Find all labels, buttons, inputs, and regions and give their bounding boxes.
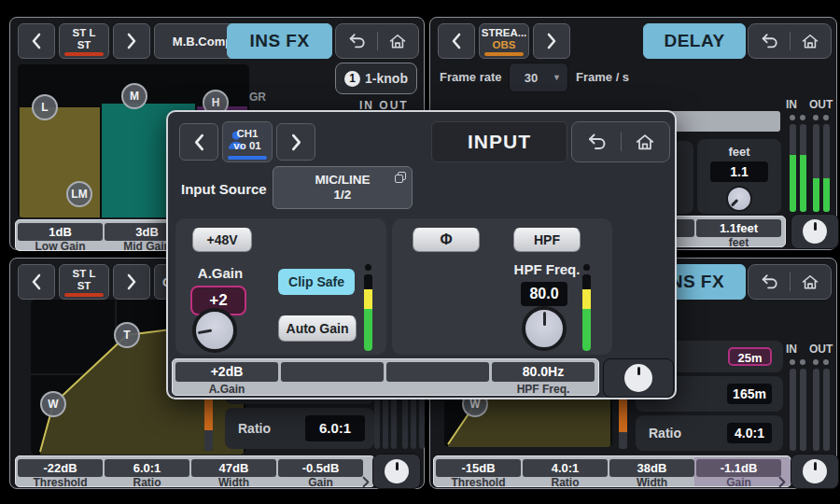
channel-name-2: ST — [77, 280, 91, 292]
phase-button[interactable]: Φ — [413, 228, 480, 252]
page-title-label: DELAY — [664, 31, 724, 51]
param-footer: -22dB 6.0:1 47dB -0.5dB Threshold Ratio … — [15, 455, 375, 487]
home-button[interactable] — [791, 265, 832, 299]
undo-button[interactable] — [572, 122, 621, 161]
crossover-handle-lm[interactable]: LM — [66, 181, 92, 207]
auto-gain-button[interactable]: Auto Gain — [278, 315, 357, 342]
chevron-right-icon — [126, 273, 137, 290]
home-button[interactable] — [791, 24, 832, 58]
footer-value-width[interactable]: 47dB — [191, 459, 276, 477]
width-handle[interactable]: W — [40, 391, 66, 417]
one-knob-button[interactable]: 1 1-knob — [335, 63, 417, 94]
knob-icon — [803, 459, 827, 483]
footer-value-again[interactable]: +2dB — [175, 362, 278, 382]
in-meter-label: IN — [786, 98, 797, 111]
page-title-label: INS FX — [249, 31, 309, 51]
undo-button[interactable] — [749, 24, 790, 58]
phantom-power-button[interactable]: +48V — [192, 228, 252, 252]
more-params-chevron-icon[interactable] — [362, 476, 370, 488]
footer-value-threshold[interactable]: -22dB — [18, 459, 103, 477]
footer-value-4[interactable]: 1.1feet — [696, 219, 781, 237]
knob-tick — [193, 309, 236, 352]
footer-value-gain[interactable]: -0.5dB — [278, 459, 363, 477]
delay-unit-label: feet — [697, 145, 781, 159]
hpf-freq-value[interactable]: 80.0 — [521, 282, 567, 306]
input-dialog: CH1 vo 01 INPUT Input Source MIC/LINE 1/… — [166, 110, 677, 399]
footer-value-threshold[interactable]: -15dB — [436, 459, 521, 477]
footer-value-2[interactable] — [281, 362, 384, 382]
hpf-on-label: HPF — [534, 232, 560, 247]
footer-value-hpf[interactable]: 80.0Hz — [492, 362, 595, 382]
frame-rate-value: 30 — [510, 71, 553, 85]
threshold-handle[interactable]: T — [114, 322, 140, 348]
ratio-value[interactable]: 4.0:1 — [727, 423, 772, 443]
band-handle-mid[interactable]: M — [121, 83, 147, 109]
channel-select-button[interactable]: ST L ST — [59, 23, 109, 59]
channel-select-button[interactable]: STREA... OBS — [479, 23, 529, 59]
phantom-power-label: +48V — [206, 232, 237, 247]
touch-knob-button[interactable] — [603, 358, 674, 398]
prev-channel-button[interactable] — [18, 23, 55, 59]
delay-value[interactable]: 1.1 — [710, 161, 768, 182]
again-knob[interactable] — [192, 308, 237, 353]
undo-button[interactable] — [749, 265, 790, 299]
ratio-value[interactable]: 6.0:1 — [305, 415, 365, 441]
ratio-label: Ratio — [649, 426, 681, 441]
footer-value-ratio[interactable]: 4.0:1 — [523, 459, 608, 477]
next-channel-button[interactable] — [113, 23, 150, 59]
input-source-button[interactable]: MIC/LINE 1/2 — [273, 166, 413, 209]
ratio-box: Ratio 6.0:1 — [225, 408, 374, 449]
next-channel-button[interactable] — [276, 123, 315, 161]
home-button[interactable] — [378, 24, 419, 58]
footer-label-ratio: Ratio — [105, 477, 189, 489]
prev-channel-button[interactable] — [18, 264, 55, 300]
prev-channel-button[interactable] — [438, 23, 475, 59]
clip-safe-button[interactable]: Clip Safe — [278, 269, 355, 295]
touch-knob-button[interactable] — [791, 214, 839, 249]
footer-value-1[interactable]: 1dB — [18, 223, 103, 241]
footer-value-width[interactable]: 38dB — [609, 459, 694, 477]
footer-label-threshold: Threshold — [436, 477, 521, 489]
gr-meter-rest — [619, 432, 627, 449]
knob-icon — [624, 364, 652, 392]
footer-value-gain[interactable]: -1.1dB — [696, 459, 781, 477]
touch-knob-button[interactable] — [791, 454, 839, 489]
handle-label: L — [41, 101, 48, 114]
next-channel-button[interactable] — [533, 23, 570, 59]
clip-led — [823, 359, 829, 365]
footer-label-3 — [386, 384, 489, 396]
frame-rate-dropdown[interactable]: 30 ▼ — [509, 63, 568, 92]
nav-group — [335, 23, 419, 59]
footer-value-ratio[interactable]: 6.0:1 — [105, 459, 189, 477]
home-icon — [388, 32, 407, 50]
handle-label: H — [212, 96, 220, 109]
auto-gain-label: Auto Gain — [287, 321, 349, 336]
next-channel-button[interactable] — [113, 264, 150, 300]
meter-fill — [813, 178, 819, 212]
prev-channel-button[interactable] — [179, 123, 218, 161]
peak-led — [365, 264, 371, 271]
clip-led — [823, 115, 829, 120]
hpf-freq-label: HPF Freq. — [508, 261, 586, 277]
chevron-left-icon — [193, 133, 205, 151]
channel-color-bar — [484, 52, 524, 56]
out-meter-l — [813, 369, 819, 451]
release-value[interactable]: 165m — [727, 384, 772, 404]
page-title-delay[interactable]: DELAY — [643, 23, 746, 59]
channel-select-button[interactable]: CH1 vo 01 — [222, 121, 273, 162]
attack-value-badge[interactable]: 25m — [728, 347, 772, 366]
meter-seg-green — [582, 309, 591, 351]
undo-button[interactable] — [336, 24, 377, 58]
channel-select-button[interactable]: ST L ST — [59, 264, 109, 300]
hpf-button[interactable]: HPF — [513, 228, 581, 252]
band-handle-low[interactable]: L — [32, 94, 58, 120]
hpf-freq-knob[interactable] — [522, 306, 567, 351]
footer-value-3[interactable] — [386, 362, 489, 382]
home-button[interactable] — [622, 122, 670, 161]
more-params-chevron-icon[interactable] — [778, 476, 786, 488]
out-meter-l — [813, 124, 819, 212]
touch-knob-button[interactable] — [372, 454, 421, 489]
footer-label-2 — [281, 384, 384, 396]
page-title-insfx[interactable]: INS FX — [227, 23, 332, 59]
delay-knob[interactable] — [726, 186, 752, 212]
